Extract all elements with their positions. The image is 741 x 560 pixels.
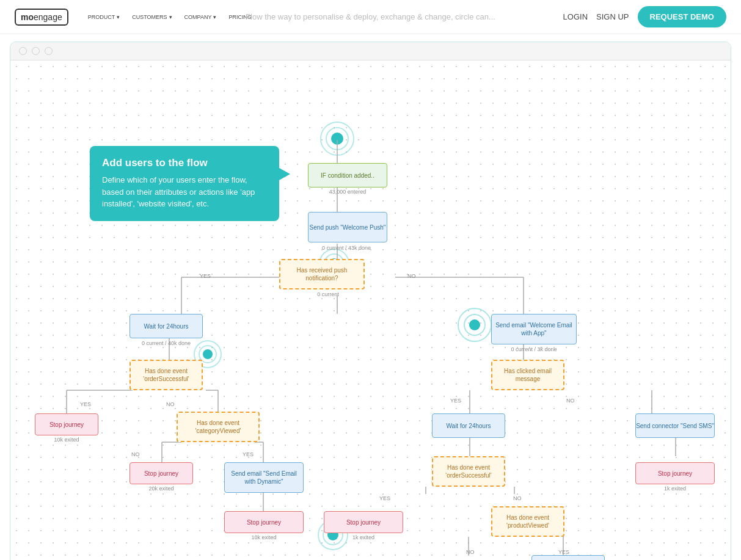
browser-dot-red bbox=[19, 47, 27, 55]
node-send-email-product[interactable]: Send email "Send Email with product Re" bbox=[531, 555, 605, 560]
branch-no-order: NO bbox=[166, 401, 175, 407]
branch-no-order-right: NO bbox=[513, 495, 522, 501]
branch-no-clicked: NO bbox=[566, 398, 575, 404]
node-send-connector-sms[interactable]: Send connector "Send SMS" bbox=[635, 413, 715, 438]
chevron-down-icon: ▾ bbox=[169, 14, 172, 20]
stat-stop-mid1: 20k exited bbox=[130, 485, 193, 492]
node-stop-sms[interactable]: Stop journey bbox=[635, 462, 715, 484]
branch-yes-left: YES bbox=[200, 273, 211, 279]
chevron-down-icon: ▾ bbox=[117, 14, 120, 20]
browser-dot-green bbox=[45, 47, 53, 55]
signup-link[interactable]: SIGN UP bbox=[596, 12, 629, 21]
logo[interactable]: moengage bbox=[15, 9, 68, 26]
branch-yes-order: YES bbox=[80, 401, 91, 407]
stat-received: 0 current bbox=[291, 291, 365, 297]
stat-push: 0 current / 43k done bbox=[297, 245, 395, 251]
stat-stop-email-right: 1k exited bbox=[324, 534, 403, 540]
tooltip-box: Add users to the flow Define which of yo… bbox=[90, 146, 279, 221]
nav-product[interactable]: PRODUCT ▾ bbox=[88, 14, 120, 20]
node-has-done-order-left[interactable]: Has done event 'orderSuccessful' bbox=[130, 360, 203, 390]
node-send-email-welcome[interactable]: Send email "Welcome Email with App" bbox=[491, 314, 577, 344]
node-stop-email-right[interactable]: Stop journey bbox=[324, 511, 403, 533]
login-link[interactable]: LOGIN bbox=[563, 12, 588, 21]
node-stop-yes-left[interactable]: Stop journey bbox=[35, 413, 98, 435]
navbar: moengage PRODUCT ▾ CUSTOMERS ▾ COMPANY ▾… bbox=[0, 0, 741, 34]
node-send-email-dynamic[interactable]: Send email "Send Email with Dynamic" bbox=[224, 462, 304, 493]
tooltip-title: Add users to the flow bbox=[102, 157, 267, 169]
nav-company[interactable]: COMPANY ▾ bbox=[184, 14, 217, 20]
branch-yes-clicked: YES bbox=[450, 398, 461, 404]
node-has-received[interactable]: Has received push notification? bbox=[279, 259, 365, 289]
node-has-done-category[interactable]: Has done event 'categoryViewed' bbox=[177, 412, 260, 442]
stat-stop-sms: 1k exited bbox=[635, 485, 715, 492]
node-wait-left[interactable]: Wait for 24hours bbox=[130, 314, 203, 338]
logo-text: moengage bbox=[15, 9, 68, 26]
node-stop-mid1[interactable]: Stop journey bbox=[130, 462, 193, 484]
branch-yes-category-right: YES bbox=[243, 451, 254, 457]
browser-dot-yellow bbox=[32, 47, 40, 55]
branch-no-product: NO bbox=[466, 549, 475, 555]
node-if-condition[interactable]: IF condition added.. bbox=[308, 163, 387, 187]
node-has-done-order-right[interactable]: Has done event 'orderSuccessful' bbox=[432, 456, 505, 487]
chevron-down-icon: ▾ bbox=[213, 14, 216, 20]
stat-stop-yes: 10k exited bbox=[35, 437, 98, 443]
browser-window: Add users to the flow Define which of yo… bbox=[10, 42, 731, 560]
branch-yes-product: YES bbox=[558, 549, 569, 555]
node-wait-right[interactable]: Wait for 24hours bbox=[432, 413, 505, 438]
branch-yes-order-right: YES bbox=[379, 495, 390, 501]
node-send-push[interactable]: Send push "Welcome Push" bbox=[308, 212, 387, 242]
branch-no-right: NO bbox=[407, 273, 416, 279]
node-stop-email-left[interactable]: Stop journey bbox=[224, 511, 304, 533]
nav-right: LOGIN SIGN UP REQUEST DEMO bbox=[563, 6, 726, 27]
branch-no-category-left: NO bbox=[131, 451, 140, 457]
stat-entered: 43,000 entered bbox=[308, 189, 387, 195]
node-has-done-product[interactable]: Has done event 'productViewed' bbox=[491, 506, 564, 537]
flow-canvas: Add users to the flow Define which of yo… bbox=[10, 60, 731, 560]
nav-customers[interactable]: CUSTOMERS ▾ bbox=[132, 14, 172, 20]
tooltip-arrow bbox=[279, 168, 290, 180]
connector-lines bbox=[10, 60, 731, 560]
nav-center-text: Flow the way to personalise & deploy, ex… bbox=[246, 12, 495, 21]
stat-email-welcome: 0 current / 3k done bbox=[491, 346, 577, 352]
stat-wait-left: 0 current / 40k done bbox=[117, 340, 215, 346]
node-has-clicked-email[interactable]: Has clicked email message bbox=[491, 360, 564, 390]
stat-stop-email-left: 10k exited bbox=[224, 534, 304, 540]
browser-bar bbox=[10, 42, 731, 60]
tooltip-body: Define which of your users enter the flo… bbox=[102, 174, 267, 210]
email-welcome-ripple bbox=[458, 308, 492, 342]
entry-ripple bbox=[320, 122, 354, 156]
request-demo-button[interactable]: REQUEST DEMO bbox=[638, 6, 726, 27]
